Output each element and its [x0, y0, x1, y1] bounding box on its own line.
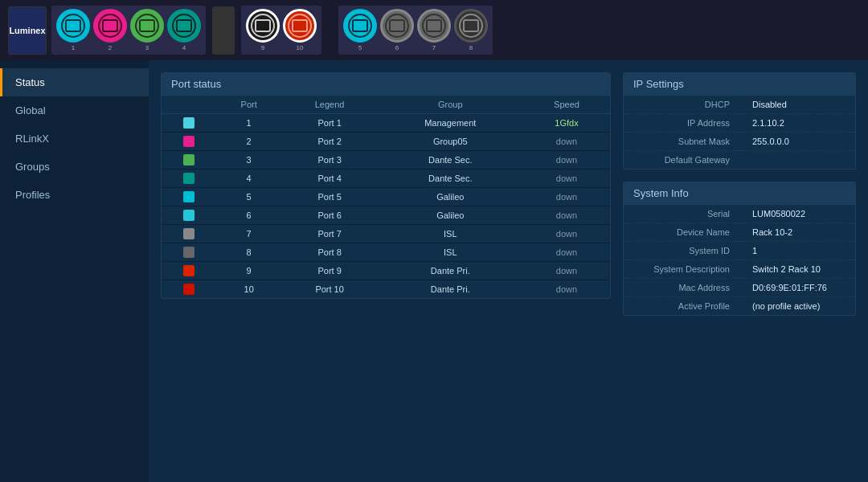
port-group: ISL	[378, 243, 523, 262]
content-area: Port status Port Legend Group Speed	[149, 60, 868, 482]
system-value: Rack 10-2	[739, 223, 855, 242]
port-status-panel: Port status Port Legend Group Speed	[161, 72, 611, 299]
table-row: 9 Port 9 Dante Pri. down	[162, 262, 610, 280]
port-6-right[interactable]: 6	[380, 9, 414, 51]
system-row: System Description Switch 2 Rack 10	[624, 260, 855, 279]
table-row: 2 Port 2 Group05 down	[162, 133, 610, 151]
ip-value: Disabled	[739, 96, 855, 114]
port-2-icon	[93, 9, 127, 43]
port-1-icon	[56, 9, 90, 43]
port-number: 9	[216, 262, 282, 280]
sidebar-item-groups[interactable]: Groups	[0, 153, 149, 181]
port-legend: Port 10	[282, 280, 378, 299]
port-group: ISL	[378, 225, 523, 243]
ip-label: Default Gateway	[624, 151, 739, 170]
col-color	[162, 96, 216, 114]
port-number: 4	[216, 170, 282, 188]
port-legend: Port 5	[282, 188, 378, 206]
main-layout: Status Global RLinkX Groups Profiles Por…	[0, 60, 868, 482]
port-status-header: Port status	[162, 73, 610, 96]
port-group: Management	[378, 114, 523, 133]
system-info-header: System Info	[624, 182, 855, 205]
port-1[interactable]: 1	[56, 9, 90, 51]
ip-row: DHCP Disabled	[624, 96, 855, 114]
port-10[interactable]: 10	[283, 9, 317, 51]
col-port: Port	[216, 96, 282, 114]
port-color-cell	[162, 170, 216, 188]
port-speed: down	[523, 133, 610, 151]
luminex-logo: Luminex	[8, 6, 47, 55]
port-legend: Port 6	[282, 206, 378, 225]
system-value: (no profile active)	[739, 297, 855, 316]
port-legend: Port 7	[282, 225, 378, 243]
port-group-right: 5 6 7 8	[338, 6, 493, 55]
port-speed: down	[523, 188, 610, 206]
port-legend: Port 8	[282, 243, 378, 262]
port-number: 1	[216, 114, 282, 133]
port-5-right[interactable]: 5	[343, 9, 377, 51]
system-row: Mac Address D0:69:9E:01:FF:76	[624, 279, 855, 297]
system-label: System ID	[624, 242, 739, 260]
port-4[interactable]: 4	[167, 9, 201, 51]
port-color-cell	[162, 280, 216, 299]
table-row: 1 Port 1 Management 1Gfdx	[162, 114, 610, 133]
port-number: 3	[216, 151, 282, 170]
port-speed: down	[523, 151, 610, 170]
port-color-cell	[162, 262, 216, 280]
port-group: Dante Sec.	[378, 151, 523, 170]
ip-row: Default Gateway	[624, 151, 855, 170]
sidebar-item-global[interactable]: Global	[0, 96, 149, 125]
ip-label: Subnet Mask	[624, 133, 739, 151]
table-row: 10 Port 10 Dante Pri. down	[162, 280, 610, 299]
port-group: Galileo	[378, 188, 523, 206]
port-2[interactable]: 2	[93, 9, 127, 51]
port-9[interactable]: 9	[246, 9, 280, 51]
ip-value: 2.1.10.2	[739, 114, 855, 133]
port-7-right[interactable]: 7	[417, 9, 451, 51]
port-number: 6	[216, 206, 282, 225]
port-speed: down	[523, 225, 610, 243]
system-label: Active Profile	[624, 297, 739, 316]
system-value: Switch 2 Rack 10	[739, 260, 855, 279]
port-speed: down	[523, 206, 610, 225]
port-color-cell	[162, 188, 216, 206]
port-number: 5	[216, 188, 282, 206]
port-group: Dante Sec.	[378, 170, 523, 188]
port-speed: down	[523, 280, 610, 299]
sidebar-item-status[interactable]: Status	[0, 68, 149, 96]
sidebar-item-rlinkx[interactable]: RLinkX	[0, 125, 149, 153]
port-8-icon	[454, 9, 488, 43]
port-group: Dante Pri.	[378, 280, 523, 299]
col-speed: Speed	[523, 96, 610, 114]
sidebar: Status Global RLinkX Groups Profiles	[0, 60, 149, 482]
port-3[interactable]: 3	[130, 9, 164, 51]
port-legend: Port 3	[282, 151, 378, 170]
col-legend: Legend	[282, 96, 378, 114]
port-color-cell	[162, 151, 216, 170]
port-table: Port Legend Group Speed 1 Port 1 Managem…	[162, 96, 610, 298]
port-8-right[interactable]: 8	[454, 9, 488, 51]
port-separator	[212, 6, 235, 55]
system-row: Device Name Rack 10-2	[624, 223, 855, 242]
port-speed: 1Gfdx	[523, 114, 610, 133]
ip-value: 255.0.0.0	[739, 133, 855, 151]
port-6-icon	[380, 9, 414, 43]
ip-label: DHCP	[624, 96, 739, 114]
sidebar-item-profiles[interactable]: Profiles	[0, 181, 149, 209]
table-row: 7 Port 7 ISL down	[162, 225, 610, 243]
port-legend: Port 2	[282, 133, 378, 151]
system-table: Serial LUM0580022 Device Name Rack 10-2 …	[624, 205, 855, 315]
system-label: System Description	[624, 260, 739, 279]
port-color-cell	[162, 225, 216, 243]
port-group: Galileo	[378, 206, 523, 225]
port-number: 7	[216, 225, 282, 243]
port-group-left: 1 2 3 4	[51, 6, 206, 55]
ip-label: IP Address	[624, 114, 739, 133]
left-column: Port status Port Legend Group Speed	[161, 72, 611, 470]
port-number: 2	[216, 133, 282, 151]
system-row: Active Profile (no profile active)	[624, 297, 855, 316]
ip-settings-panel: IP Settings DHCP Disabled IP Address 2.1…	[623, 72, 856, 170]
right-column: IP Settings DHCP Disabled IP Address 2.1…	[623, 72, 856, 470]
port-9-icon	[246, 9, 280, 43]
port-legend: Port 1	[282, 114, 378, 133]
